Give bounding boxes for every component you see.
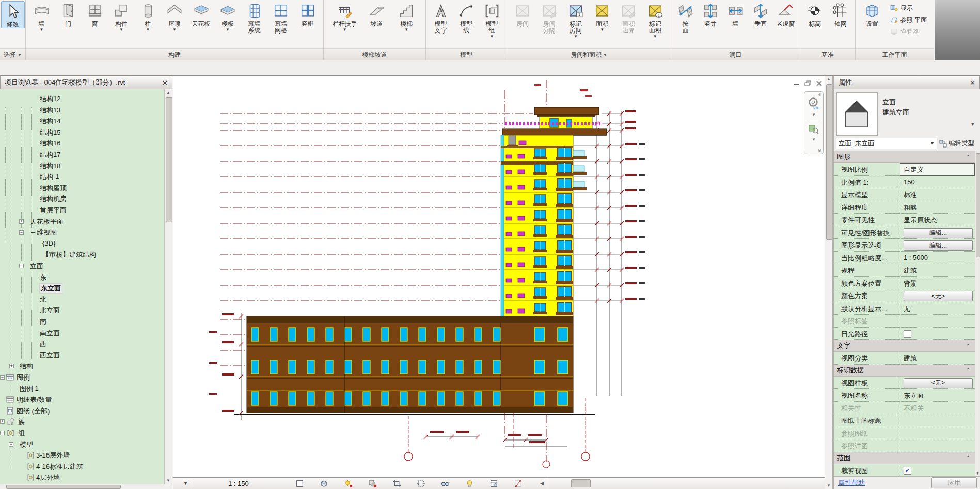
properties-vertical-scrollbar[interactable]: ▼ bbox=[975, 151, 980, 476]
tree-item-北立面[interactable]: 北立面 bbox=[0, 305, 164, 316]
property-value-button[interactable]: 编辑... bbox=[900, 226, 975, 239]
tree-item-三维视图[interactable]: −三维视图 bbox=[0, 227, 164, 238]
chevron-down-icon[interactable]: ▼ bbox=[183, 481, 194, 486]
ribbon-button-tag-area[interactable]: 1标记 面积▼ bbox=[644, 1, 667, 39]
property-value-button[interactable]: 编辑... bbox=[900, 239, 975, 252]
scroll-down-icon[interactable]: ▼ bbox=[165, 478, 172, 483]
tree-item-立面[interactable]: −立面 bbox=[0, 260, 164, 272]
collapse-icon[interactable]: − bbox=[0, 375, 5, 380]
tree-item-结构16[interactable]: 结构16 bbox=[0, 138, 164, 149]
ribbon-button-component[interactable]: 构件▼ bbox=[110, 1, 133, 32]
properties-section-1[interactable]: 文字⌃ bbox=[834, 340, 975, 352]
ribbon-button-column[interactable]: 柱▼ bbox=[137, 1, 160, 32]
reveal-hidden-icon[interactable] bbox=[465, 479, 474, 488]
zoom-icon[interactable] bbox=[808, 123, 820, 135]
ribbon-button-curtain-grid[interactable]: 幕墙 网格 bbox=[270, 1, 292, 34]
tree-item-西[interactable]: 西 bbox=[0, 338, 164, 350]
tree-item-结构[interactable]: +结构 bbox=[0, 361, 164, 372]
tree-item-结构13[interactable]: 结构13 bbox=[0, 105, 164, 116]
show-crop-icon[interactable] bbox=[417, 479, 425, 488]
ribbon-button-floor[interactable]: 楼板▼ bbox=[216, 1, 239, 32]
properties-section-3[interactable]: 范围⌃ bbox=[834, 452, 975, 464]
properties-help-link[interactable]: 属性帮助 bbox=[838, 478, 865, 487]
chevron-down-icon[interactable]: ▼ bbox=[812, 112, 816, 117]
ribbon-group-label-room-area[interactable]: 房间和面积▼ bbox=[507, 48, 671, 60]
tree-item-结构15[interactable]: 结构15 bbox=[0, 127, 164, 138]
ribbon-button-model-group[interactable]: 模型 组▼ bbox=[481, 1, 503, 39]
ribbon-button-curtain-system[interactable]: 幕墙 系统 bbox=[243, 1, 266, 34]
tree-item-结构18[interactable]: 结构18 bbox=[0, 160, 164, 172]
tree-item-4-16标准层建筑[interactable]: 4-16标准层建筑 bbox=[0, 461, 164, 472]
property-value-button[interactable]: <无> bbox=[900, 289, 975, 302]
property-value-text[interactable]: 建筑 bbox=[900, 352, 975, 365]
tree-item-结构14[interactable]: 结构14 bbox=[0, 116, 164, 127]
ribbon-button-model-text[interactable]: 模型 文字 bbox=[430, 1, 452, 34]
scroll-left-icon[interactable]: ◀ bbox=[540, 481, 544, 486]
sun-path-icon[interactable] bbox=[344, 479, 353, 488]
ribbon-button-show-workplane[interactable]: 显示 bbox=[888, 3, 928, 13]
ribbon-button-window[interactable]: 窗 bbox=[84, 1, 106, 27]
detail-level-icon[interactable] bbox=[295, 479, 304, 488]
scroll-down-icon[interactable]: ▼ bbox=[976, 471, 979, 475]
scrollbar-thumb[interactable] bbox=[6, 485, 121, 489]
scroll-down-icon[interactable]: ▼ bbox=[825, 483, 832, 488]
minimize-icon[interactable] bbox=[793, 80, 800, 87]
tree-item-东[interactable]: 东 bbox=[0, 272, 164, 283]
close-icon[interactable]: ⊗ bbox=[818, 92, 821, 97]
tree-item-族[interactable]: +族 bbox=[0, 416, 164, 428]
tree-item-结构12[interactable]: 结构12 bbox=[0, 93, 164, 105]
collapse-icon[interactable]: ⊖ bbox=[817, 148, 821, 153]
ribbon-button-door[interactable]: 门 bbox=[57, 1, 80, 27]
ribbon-button-level[interactable]: 标高 bbox=[803, 1, 826, 27]
apply-button[interactable]: 应用 bbox=[931, 477, 977, 488]
tree-item-结构机房[interactable]: 结构机房 bbox=[0, 193, 164, 205]
ribbon-button-railing[interactable]: 栏杆扶手▼ bbox=[331, 1, 358, 32]
reveal-constraints-icon[interactable] bbox=[514, 479, 523, 488]
property-value-text[interactable]: 显示原状态 bbox=[900, 214, 975, 226]
property-edit-button[interactable]: <无> bbox=[904, 378, 973, 388]
scrollbar-thumb[interactable] bbox=[976, 153, 980, 257]
tree-item-南立面[interactable]: 南立面 bbox=[0, 328, 164, 339]
property-value-text[interactable]: 标准 bbox=[900, 188, 975, 201]
chevron-down-icon[interactable]: ▼ bbox=[970, 121, 975, 127]
tree-item-{3D}[interactable]: {3D} bbox=[0, 238, 164, 250]
scrollbar-thumb[interactable] bbox=[166, 97, 172, 222]
ribbon-button-model-line[interactable]: 模型 线 bbox=[455, 1, 478, 34]
property-value-text[interactable]: 粗略 bbox=[900, 201, 975, 214]
view-scale-button[interactable]: 1 : 150 bbox=[228, 480, 295, 487]
ribbon-button-ref-plane[interactable]: 参照 平面 bbox=[888, 15, 928, 25]
drawing-area[interactable]: ⊗ 2D ▼ ▼ ⊖ bbox=[173, 76, 825, 477]
tree-item-图例[interactable]: −图例 bbox=[0, 372, 164, 383]
tree-item-模型[interactable]: −模型 bbox=[0, 439, 164, 450]
ribbon-button-stair[interactable]: 楼梯▼ bbox=[395, 1, 418, 32]
ribbon-button-mullion[interactable]: 竖梃 bbox=[296, 1, 319, 27]
tree-item-【审核】建筑结构[interactable]: 【审核】建筑结构 bbox=[0, 249, 164, 260]
close-icon[interactable]: ✕ bbox=[162, 79, 168, 86]
tree-item-图纸 (全部)[interactable]: 图纸 (全部) bbox=[0, 405, 164, 417]
project-browser-vertical-scrollbar[interactable]: ▲ ▼ bbox=[164, 89, 172, 484]
tree-item-东立面[interactable]: 东立面 bbox=[0, 283, 164, 294]
property-value-text[interactable]: 1 : 5000 bbox=[900, 252, 975, 265]
drawing-vertical-scrollbar[interactable]: ▲ ▼ bbox=[825, 76, 832, 489]
ribbon-button-modify[interactable]: 修改 bbox=[1, 1, 25, 28]
property-value-text[interactable]: 建筑 bbox=[900, 264, 975, 277]
checkbox-checked[interactable]: ✔ bbox=[904, 467, 911, 475]
tree-item-结构-1[interactable]: 结构-1 bbox=[0, 171, 164, 183]
ribbon-button-wall-opening[interactable]: 墙 bbox=[724, 1, 747, 27]
property-value-button[interactable]: <无> bbox=[900, 377, 975, 389]
collapse-icon[interactable]: − bbox=[19, 264, 24, 268]
properties-section-0[interactable]: 图形⌃ bbox=[834, 151, 975, 163]
tree-item-首层平面[interactable]: 首层平面 bbox=[0, 205, 164, 216]
tree-item-图例 1[interactable]: 图例 1 bbox=[0, 383, 164, 395]
ribbon-button-dormer[interactable]: 老虎窗 bbox=[774, 1, 797, 27]
property-edit-button[interactable]: 编辑... bbox=[904, 240, 973, 251]
collapse-icon[interactable]: − bbox=[9, 442, 13, 447]
edit-type-button[interactable]: 编辑类型 bbox=[939, 138, 979, 149]
property-value-text[interactable]: 无 bbox=[900, 302, 975, 315]
ribbon-button-tag-room[interactable]: 1标记 房间▼ bbox=[564, 1, 587, 39]
property-edit-button[interactable]: 编辑... bbox=[904, 228, 973, 238]
tree-item-组[interactable]: −组 bbox=[0, 428, 164, 439]
instance-selector-dropdown[interactable]: 立面: 东立面 ▼ bbox=[836, 138, 937, 149]
scrollbar-thumb[interactable] bbox=[826, 84, 832, 240]
drawing-horizontal-scrollbar[interactable] bbox=[546, 478, 825, 489]
